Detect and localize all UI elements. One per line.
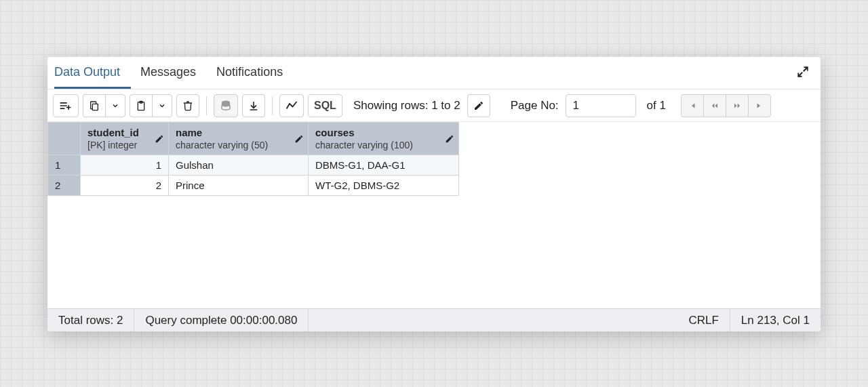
page-number-input[interactable] [566, 94, 636, 117]
tab-label: Messages [140, 65, 196, 79]
copy-button[interactable] [83, 94, 105, 117]
prev-page-button[interactable] [703, 94, 726, 117]
cell-courses[interactable]: WT-G2, DBMS-G2 [309, 176, 459, 196]
column-header-student-id[interactable]: student_id [PK] integer [81, 123, 169, 155]
cell-courses[interactable]: DBMS-G1, DAA-G1 [309, 155, 459, 176]
graph-button[interactable] [279, 94, 304, 117]
status-cursor: Ln 213, Col 1 [730, 309, 821, 331]
column-name: student_id [87, 127, 163, 139]
status-bar: Total rows: 2 Query complete 00:00:00.08… [47, 308, 821, 331]
cell-name[interactable]: Gulshan [169, 155, 309, 176]
first-page-button[interactable] [681, 94, 703, 117]
sql-label: SQL [314, 100, 336, 112]
query-result-panel: Data Output Messages Notifications [47, 57, 821, 331]
pencil-icon[interactable] [445, 134, 454, 144]
next-page-button[interactable] [726, 94, 748, 117]
status-eol[interactable]: CRLF [677, 309, 730, 331]
table-row[interactable]: 1 1 Gulshan DBMS-G1, DAA-G1 [48, 155, 459, 176]
row-number-header[interactable] [48, 123, 81, 155]
toolbar-divider [206, 96, 207, 115]
column-header-courses[interactable]: courses character varying (100) [309, 123, 459, 155]
expand-panel-icon[interactable] [795, 64, 811, 80]
svg-rect-5 [92, 104, 98, 110]
add-row-button[interactable] [53, 94, 79, 117]
pencil-icon[interactable] [155, 134, 164, 144]
page-total-text: of 1 [640, 99, 669, 113]
sql-button[interactable]: SQL [308, 94, 342, 117]
save-data-button[interactable] [214, 94, 238, 117]
result-toolbar: SQL Showing rows: 1 to 2 Page No: of 1 [47, 89, 821, 122]
output-tab-bar: Data Output Messages Notifications [47, 57, 821, 89]
column-type: character varying (100) [315, 140, 413, 150]
column-type: [PK] integer [87, 140, 137, 150]
cell-name[interactable]: Prince [169, 176, 309, 196]
result-grid: student_id [PK] integer name character v… [47, 122, 459, 196]
page-no-label: Page No: [504, 99, 561, 113]
tab-data-output[interactable]: Data Output [54, 57, 131, 89]
paste-dropdown[interactable] [152, 94, 172, 117]
table-row[interactable]: 2 2 Prince WT-G2, DBMS-G2 [48, 176, 459, 196]
last-page-button[interactable] [748, 94, 771, 117]
delete-button[interactable] [176, 94, 199, 117]
edit-rows-button[interactable] [467, 94, 490, 117]
cell-student-id[interactable]: 2 [81, 176, 169, 196]
column-name: name [176, 127, 302, 139]
tab-notifications[interactable]: Notifications [216, 57, 294, 89]
rows-showing-text: Showing rows: 1 to 2 [347, 99, 463, 113]
copy-dropdown[interactable] [105, 94, 125, 117]
paste-button[interactable] [130, 94, 152, 117]
tab-messages[interactable]: Messages [140, 57, 207, 89]
status-query-complete: Query complete 00:00:00.080 [134, 309, 309, 331]
pencil-icon[interactable] [294, 134, 304, 144]
column-name: courses [315, 127, 453, 139]
result-grid-area: student_id [PK] integer name character v… [47, 122, 821, 308]
tab-label: Data Output [54, 65, 120, 79]
download-button[interactable] [242, 94, 265, 117]
row-number[interactable]: 1 [48, 155, 81, 176]
row-number[interactable]: 2 [48, 176, 81, 196]
column-header-name[interactable]: name character varying (50) [169, 123, 309, 155]
tab-label: Notifications [216, 65, 283, 79]
column-type: character varying (50) [176, 140, 268, 150]
status-total-rows: Total rows: 2 [47, 309, 134, 331]
cell-student-id[interactable]: 1 [81, 155, 169, 176]
toolbar-divider [272, 96, 273, 115]
